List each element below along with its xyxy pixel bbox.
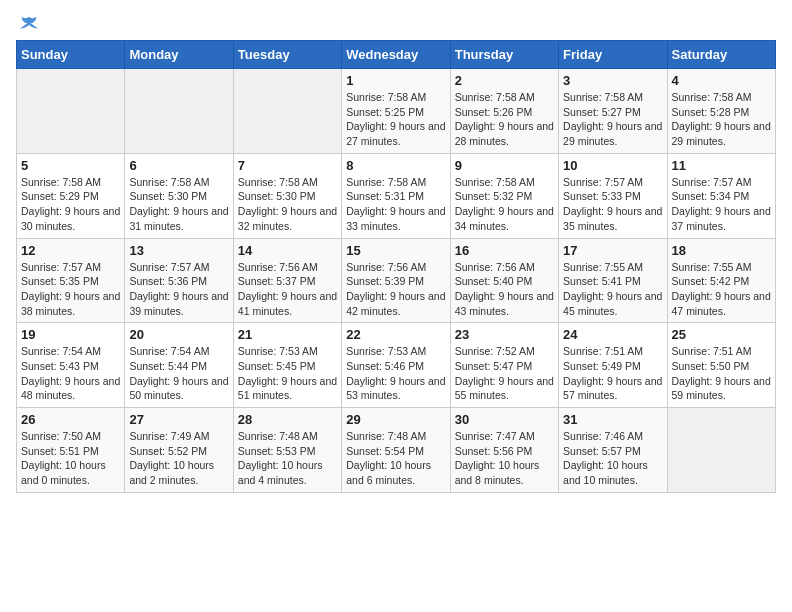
header-monday: Monday	[125, 41, 233, 69]
day-info: Sunrise: 7:53 AM Sunset: 5:45 PM Dayligh…	[238, 344, 337, 403]
day-info: Sunrise: 7:57 AM Sunset: 5:35 PM Dayligh…	[21, 260, 120, 319]
week-row-5: 26Sunrise: 7:50 AM Sunset: 5:51 PM Dayli…	[17, 408, 776, 493]
day-info: Sunrise: 7:47 AM Sunset: 5:56 PM Dayligh…	[455, 429, 554, 488]
day-number: 17	[563, 243, 662, 258]
calendar-cell: 25Sunrise: 7:51 AM Sunset: 5:50 PM Dayli…	[667, 323, 775, 408]
header-wednesday: Wednesday	[342, 41, 450, 69]
header-friday: Friday	[559, 41, 667, 69]
day-info: Sunrise: 7:58 AM Sunset: 5:25 PM Dayligh…	[346, 90, 445, 149]
header-tuesday: Tuesday	[233, 41, 341, 69]
day-number: 1	[346, 73, 445, 88]
calendar-cell: 21Sunrise: 7:53 AM Sunset: 5:45 PM Dayli…	[233, 323, 341, 408]
day-number: 27	[129, 412, 228, 427]
header-saturday: Saturday	[667, 41, 775, 69]
day-info: Sunrise: 7:48 AM Sunset: 5:54 PM Dayligh…	[346, 429, 445, 488]
day-number: 10	[563, 158, 662, 173]
day-info: Sunrise: 7:57 AM Sunset: 5:33 PM Dayligh…	[563, 175, 662, 234]
day-number: 25	[672, 327, 771, 342]
calendar-cell: 18Sunrise: 7:55 AM Sunset: 5:42 PM Dayli…	[667, 238, 775, 323]
day-number: 24	[563, 327, 662, 342]
calendar-cell: 28Sunrise: 7:48 AM Sunset: 5:53 PM Dayli…	[233, 408, 341, 493]
day-number: 11	[672, 158, 771, 173]
day-number: 15	[346, 243, 445, 258]
calendar-cell: 19Sunrise: 7:54 AM Sunset: 5:43 PM Dayli…	[17, 323, 125, 408]
day-number: 16	[455, 243, 554, 258]
day-info: Sunrise: 7:50 AM Sunset: 5:51 PM Dayligh…	[21, 429, 120, 488]
page-header	[16, 16, 776, 32]
day-info: Sunrise: 7:54 AM Sunset: 5:44 PM Dayligh…	[129, 344, 228, 403]
calendar-cell: 3Sunrise: 7:58 AM Sunset: 5:27 PM Daylig…	[559, 69, 667, 154]
calendar-cell: 6Sunrise: 7:58 AM Sunset: 5:30 PM Daylig…	[125, 153, 233, 238]
day-number: 20	[129, 327, 228, 342]
week-row-2: 5Sunrise: 7:58 AM Sunset: 5:29 PM Daylig…	[17, 153, 776, 238]
header-thursday: Thursday	[450, 41, 558, 69]
day-info: Sunrise: 7:58 AM Sunset: 5:30 PM Dayligh…	[238, 175, 337, 234]
calendar-cell: 2Sunrise: 7:58 AM Sunset: 5:26 PM Daylig…	[450, 69, 558, 154]
week-row-3: 12Sunrise: 7:57 AM Sunset: 5:35 PM Dayli…	[17, 238, 776, 323]
day-info: Sunrise: 7:53 AM Sunset: 5:46 PM Dayligh…	[346, 344, 445, 403]
day-number: 13	[129, 243, 228, 258]
calendar-cell: 20Sunrise: 7:54 AM Sunset: 5:44 PM Dayli…	[125, 323, 233, 408]
day-number: 3	[563, 73, 662, 88]
calendar-cell	[17, 69, 125, 154]
day-info: Sunrise: 7:49 AM Sunset: 5:52 PM Dayligh…	[129, 429, 228, 488]
day-number: 18	[672, 243, 771, 258]
day-info: Sunrise: 7:46 AM Sunset: 5:57 PM Dayligh…	[563, 429, 662, 488]
day-number: 30	[455, 412, 554, 427]
calendar-cell: 26Sunrise: 7:50 AM Sunset: 5:51 PM Dayli…	[17, 408, 125, 493]
logo	[16, 16, 40, 32]
day-info: Sunrise: 7:57 AM Sunset: 5:34 PM Dayligh…	[672, 175, 771, 234]
day-number: 8	[346, 158, 445, 173]
day-number: 6	[129, 158, 228, 173]
day-number: 4	[672, 73, 771, 88]
day-info: Sunrise: 7:58 AM Sunset: 5:28 PM Dayligh…	[672, 90, 771, 149]
day-info: Sunrise: 7:51 AM Sunset: 5:50 PM Dayligh…	[672, 344, 771, 403]
calendar-cell: 15Sunrise: 7:56 AM Sunset: 5:39 PM Dayli…	[342, 238, 450, 323]
header-sunday: Sunday	[17, 41, 125, 69]
calendar-cell	[667, 408, 775, 493]
calendar-table: SundayMondayTuesdayWednesdayThursdayFrid…	[16, 40, 776, 493]
day-number: 22	[346, 327, 445, 342]
day-info: Sunrise: 7:55 AM Sunset: 5:41 PM Dayligh…	[563, 260, 662, 319]
day-info: Sunrise: 7:56 AM Sunset: 5:39 PM Dayligh…	[346, 260, 445, 319]
calendar-cell: 16Sunrise: 7:56 AM Sunset: 5:40 PM Dayli…	[450, 238, 558, 323]
calendar-cell: 13Sunrise: 7:57 AM Sunset: 5:36 PM Dayli…	[125, 238, 233, 323]
day-number: 21	[238, 327, 337, 342]
calendar-header-row: SundayMondayTuesdayWednesdayThursdayFrid…	[17, 41, 776, 69]
day-info: Sunrise: 7:57 AM Sunset: 5:36 PM Dayligh…	[129, 260, 228, 319]
day-number: 31	[563, 412, 662, 427]
calendar-cell: 17Sunrise: 7:55 AM Sunset: 5:41 PM Dayli…	[559, 238, 667, 323]
calendar-cell: 5Sunrise: 7:58 AM Sunset: 5:29 PM Daylig…	[17, 153, 125, 238]
calendar-cell: 30Sunrise: 7:47 AM Sunset: 5:56 PM Dayli…	[450, 408, 558, 493]
day-info: Sunrise: 7:54 AM Sunset: 5:43 PM Dayligh…	[21, 344, 120, 403]
day-info: Sunrise: 7:56 AM Sunset: 5:37 PM Dayligh…	[238, 260, 337, 319]
calendar-cell: 22Sunrise: 7:53 AM Sunset: 5:46 PM Dayli…	[342, 323, 450, 408]
calendar-cell: 29Sunrise: 7:48 AM Sunset: 5:54 PM Dayli…	[342, 408, 450, 493]
day-number: 26	[21, 412, 120, 427]
calendar-cell: 31Sunrise: 7:46 AM Sunset: 5:57 PM Dayli…	[559, 408, 667, 493]
calendar-cell: 7Sunrise: 7:58 AM Sunset: 5:30 PM Daylig…	[233, 153, 341, 238]
calendar-cell: 14Sunrise: 7:56 AM Sunset: 5:37 PM Dayli…	[233, 238, 341, 323]
calendar-cell: 24Sunrise: 7:51 AM Sunset: 5:49 PM Dayli…	[559, 323, 667, 408]
calendar-cell: 8Sunrise: 7:58 AM Sunset: 5:31 PM Daylig…	[342, 153, 450, 238]
calendar-cell	[233, 69, 341, 154]
calendar-cell: 10Sunrise: 7:57 AM Sunset: 5:33 PM Dayli…	[559, 153, 667, 238]
day-info: Sunrise: 7:55 AM Sunset: 5:42 PM Dayligh…	[672, 260, 771, 319]
day-info: Sunrise: 7:58 AM Sunset: 5:30 PM Dayligh…	[129, 175, 228, 234]
week-row-4: 19Sunrise: 7:54 AM Sunset: 5:43 PM Dayli…	[17, 323, 776, 408]
calendar-cell: 27Sunrise: 7:49 AM Sunset: 5:52 PM Dayli…	[125, 408, 233, 493]
calendar-cell: 23Sunrise: 7:52 AM Sunset: 5:47 PM Dayli…	[450, 323, 558, 408]
calendar-cell	[125, 69, 233, 154]
logo-bird-icon	[18, 14, 40, 36]
calendar-cell: 12Sunrise: 7:57 AM Sunset: 5:35 PM Dayli…	[17, 238, 125, 323]
day-info: Sunrise: 7:52 AM Sunset: 5:47 PM Dayligh…	[455, 344, 554, 403]
calendar-cell: 4Sunrise: 7:58 AM Sunset: 5:28 PM Daylig…	[667, 69, 775, 154]
day-number: 7	[238, 158, 337, 173]
day-number: 12	[21, 243, 120, 258]
calendar-cell: 9Sunrise: 7:58 AM Sunset: 5:32 PM Daylig…	[450, 153, 558, 238]
day-number: 23	[455, 327, 554, 342]
calendar-cell: 11Sunrise: 7:57 AM Sunset: 5:34 PM Dayli…	[667, 153, 775, 238]
day-number: 28	[238, 412, 337, 427]
week-row-1: 1Sunrise: 7:58 AM Sunset: 5:25 PM Daylig…	[17, 69, 776, 154]
day-info: Sunrise: 7:58 AM Sunset: 5:27 PM Dayligh…	[563, 90, 662, 149]
